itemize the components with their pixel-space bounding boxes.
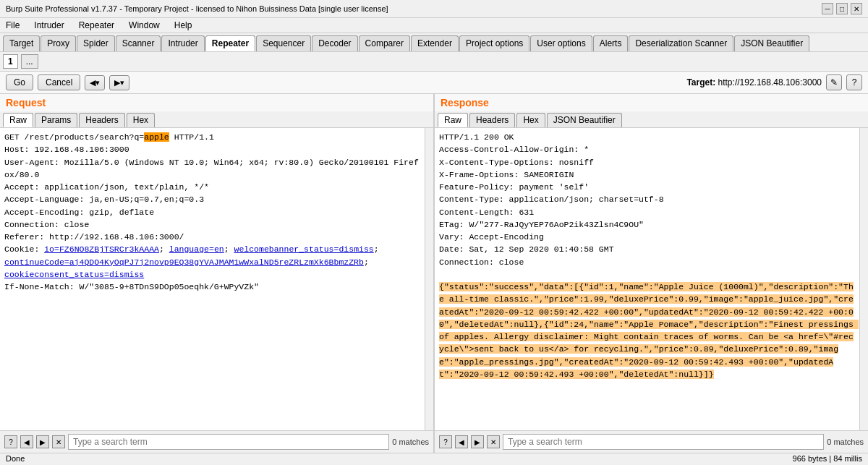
response-tab-json[interactable]: JSON Beautifier <box>547 113 622 127</box>
repeater-tab-1[interactable]: 1 <box>3 54 18 69</box>
request-tab-params[interactable]: Params <box>35 113 77 127</box>
request-search-next[interactable]: ▶ <box>36 435 49 448</box>
request-tab-headers[interactable]: Headers <box>79 113 124 127</box>
response-content-wrap: HTTP/1.1 200 OK Access-Control-Allow-Ori… <box>435 128 868 430</box>
status-left: Done <box>6 454 25 463</box>
forward-button[interactable]: ▶▾ <box>109 75 129 90</box>
tab-project-options[interactable]: Project options <box>459 35 529 51</box>
tab-proxy[interactable]: Proxy <box>41 35 76 51</box>
tab-comparer[interactable]: Comparer <box>359 35 410 51</box>
tab-scanner[interactable]: Scanner <box>116 35 161 51</box>
window-controls[interactable]: ─ □ ✕ <box>822 3 862 14</box>
window-title: Burp Suite Professional v1.7.37 - Tempor… <box>6 4 388 13</box>
request-search-input[interactable] <box>68 434 389 450</box>
response-search-help[interactable]: ? <box>439 435 452 448</box>
menu-intruder[interactable]: Intruder <box>31 20 67 31</box>
response-scrollbar[interactable] <box>859 128 868 430</box>
continue-code: continueCode=aj4QDO4KyOqPJ7j2novp9EQ38gY… <box>4 257 364 267</box>
target-url: http://192.168.48.106:3000 <box>718 77 822 88</box>
search-highlight: apple <box>144 132 169 142</box>
tab-extender[interactable]: Extender <box>411 35 459 51</box>
response-tab-raw[interactable]: Raw <box>438 113 468 127</box>
response-panel: Response Raw Headers Hex JSON Beautifier… <box>435 94 868 453</box>
tab-decoder[interactable]: Decoder <box>312 35 357 51</box>
target-display: Target: http://192.168.48.106:3000 <box>686 77 822 88</box>
menu-help[interactable]: Help <box>171 20 195 31</box>
menu-bar: File Intruder Repeater Window Help <box>0 18 868 33</box>
response-body-highlight: {"status":"success","data":[{"id":1,"nam… <box>439 282 859 379</box>
minimize-button[interactable]: ─ <box>822 3 833 14</box>
status-bar: Done 966 bytes | 84 millis <box>0 453 868 464</box>
response-search-input[interactable] <box>503 434 824 450</box>
go-button[interactable]: Go <box>6 74 33 90</box>
tab-target[interactable]: Target <box>3 35 40 51</box>
response-search-matches: 0 matches <box>827 438 864 446</box>
edit-target-button[interactable]: ✎ <box>826 74 842 90</box>
response-tabs: Raw Headers Hex JSON Beautifier <box>435 111 868 128</box>
close-button[interactable]: ✕ <box>851 3 862 14</box>
request-scrollbar[interactable] <box>425 128 433 430</box>
tab-intruder[interactable]: Intruder <box>161 35 204 51</box>
io-cookie: io=FZ6NO8ZBjTSRCr3kAAAA <box>44 244 159 254</box>
request-content-wrap: GET /rest/products/search?q=apple HTTP/1… <box>0 128 433 430</box>
request-search-help[interactable]: ? <box>4 435 17 448</box>
cancel-button[interactable]: Cancel <box>38 74 80 90</box>
menu-file[interactable]: File <box>3 20 22 31</box>
response-tab-headers[interactable]: Headers <box>469 113 515 127</box>
tab-user-options[interactable]: User options <box>530 35 592 51</box>
response-headers-text: HTTP/1.1 200 OK Access-Control-Allow-Ori… <box>439 132 664 267</box>
toolbar: Go Cancel ◀▾ ▶▾ Target: http://192.168.4… <box>0 72 868 94</box>
welcomebanner-cookie: welcomebanner_status=dismiss <box>234 244 374 254</box>
tab-json-beautifier[interactable]: JSON Beautifier <box>734 35 809 51</box>
menu-window[interactable]: Window <box>126 20 163 31</box>
request-content[interactable]: GET /rest/products/search?q=apple HTTP/1… <box>0 128 425 430</box>
request-panel: Request Raw Params Headers Hex GET /rest… <box>0 94 435 453</box>
language-cookie: language=en <box>169 244 224 254</box>
request-search-bar: ? ◀ ▶ ✕ 0 matches <box>0 430 433 453</box>
response-search-bar: ? ◀ ▶ ✕ 0 matches <box>435 430 868 453</box>
request-line: GET /rest/products/search?q=apple HTTP/1… <box>4 132 419 291</box>
request-tab-hex[interactable]: Hex <box>127 113 155 127</box>
request-title: Request <box>0 94 433 111</box>
target-label: Target: <box>686 77 718 88</box>
maximize-button[interactable]: □ <box>836 3 848 14</box>
response-content[interactable]: HTTP/1.1 200 OK Access-Control-Allow-Ori… <box>435 128 859 430</box>
tab-repeater[interactable]: Repeater <box>205 35 255 51</box>
request-tabs: Raw Params Headers Hex <box>0 111 433 128</box>
tab-sequencer[interactable]: Sequencer <box>256 35 311 51</box>
back-button[interactable]: ◀▾ <box>85 75 105 90</box>
request-search-clear[interactable]: ✕ <box>52 435 65 448</box>
status-right: 966 bytes | 84 millis <box>793 454 862 463</box>
response-tab-hex[interactable]: Hex <box>516 113 545 127</box>
tab-alerts[interactable]: Alerts <box>593 35 629 51</box>
nav-tabs: Target Proxy Spider Scanner Intruder Rep… <box>0 33 868 52</box>
title-bar: Burp Suite Professional v1.7.37 - Tempor… <box>0 0 868 18</box>
help-button[interactable]: ? <box>846 74 862 90</box>
repeater-tab-new[interactable]: ... <box>21 54 38 69</box>
response-search-next[interactable]: ▶ <box>471 435 484 448</box>
cookieconsent-cookie: cookieconsent_status=dismiss <box>4 270 144 279</box>
request-search-matches: 0 matches <box>392 438 429 446</box>
repeater-tab-bar: 1 ... <box>0 52 868 72</box>
response-search-clear[interactable]: ✕ <box>487 435 500 448</box>
request-tab-raw[interactable]: Raw <box>3 113 33 127</box>
response-search-prev[interactable]: ◀ <box>455 435 468 448</box>
main-content: Request Raw Params Headers Hex GET /rest… <box>0 94 868 453</box>
tab-deserialization[interactable]: Deserialization Scanner <box>629 35 733 51</box>
tab-spider[interactable]: Spider <box>77 35 115 51</box>
response-title: Response <box>435 94 868 111</box>
menu-repeater[interactable]: Repeater <box>76 20 117 31</box>
request-search-prev[interactable]: ◀ <box>20 435 33 448</box>
